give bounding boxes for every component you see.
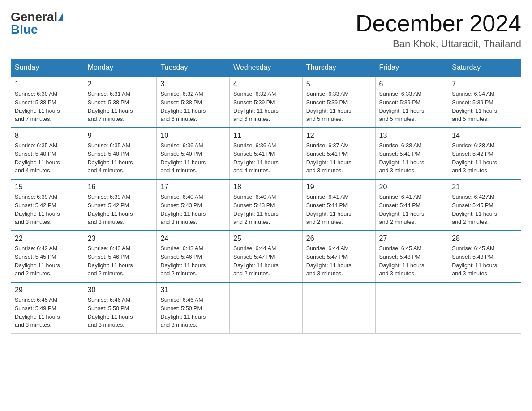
day-number: 26	[306, 235, 372, 243]
day-number: 11	[233, 132, 299, 140]
calendar-cell: 9 Sunrise: 6:35 AM Sunset: 5:40 PM Dayli…	[84, 128, 157, 179]
calendar-cell	[302, 282, 375, 334]
day-number: 21	[452, 183, 517, 191]
day-info: Sunrise: 6:39 AM Sunset: 5:42 PM Dayligh…	[88, 193, 153, 227]
day-info: Sunrise: 6:32 AM Sunset: 5:38 PM Dayligh…	[160, 90, 226, 124]
calendar-week-row: 15 Sunrise: 6:39 AM Sunset: 5:42 PM Dayl…	[11, 179, 521, 231]
title-block: December 2024 Ban Khok, Uttaradit, Thail…	[356, 11, 521, 50]
calendar-cell: 5 Sunrise: 6:33 AM Sunset: 5:39 PM Dayli…	[302, 77, 375, 128]
column-header-thursday: Thursday	[302, 59, 375, 77]
day-number: 25	[233, 235, 299, 243]
day-number: 18	[233, 183, 299, 191]
calendar-cell: 8 Sunrise: 6:35 AM Sunset: 5:40 PM Dayli…	[11, 128, 84, 179]
calendar-cell: 11 Sunrise: 6:36 AM Sunset: 5:41 PM Dayl…	[230, 128, 303, 179]
day-info: Sunrise: 6:39 AM Sunset: 5:42 PM Dayligh…	[15, 193, 80, 227]
calendar-cell: 15 Sunrise: 6:39 AM Sunset: 5:42 PM Dayl…	[11, 179, 84, 231]
day-info: Sunrise: 6:46 AM Sunset: 5:50 PM Dayligh…	[160, 296, 226, 330]
day-number: 8	[15, 132, 80, 140]
day-number: 14	[452, 132, 517, 140]
day-number: 2	[88, 80, 153, 88]
calendar-cell: 12 Sunrise: 6:37 AM Sunset: 5:41 PM Dayl…	[302, 128, 375, 179]
calendar-cell: 31 Sunrise: 6:46 AM Sunset: 5:50 PM Dayl…	[157, 282, 230, 334]
calendar-header-row: SundayMondayTuesdayWednesdayThursdayFrid…	[11, 59, 521, 77]
day-info: Sunrise: 6:45 AM Sunset: 5:48 PM Dayligh…	[452, 244, 517, 278]
day-number: 27	[379, 235, 445, 243]
day-info: Sunrise: 6:45 AM Sunset: 5:49 PM Dayligh…	[15, 296, 80, 330]
logo: General Blue	[11, 11, 63, 36]
day-info: Sunrise: 6:41 AM Sunset: 5:44 PM Dayligh…	[379, 193, 445, 227]
day-info: Sunrise: 6:38 AM Sunset: 5:42 PM Dayligh…	[452, 141, 517, 175]
calendar-cell: 14 Sunrise: 6:38 AM Sunset: 5:42 PM Dayl…	[448, 128, 521, 179]
logo-general-text: General	[11, 11, 57, 23]
calendar-week-row: 8 Sunrise: 6:35 AM Sunset: 5:40 PM Dayli…	[11, 128, 521, 179]
calendar-cell: 30 Sunrise: 6:46 AM Sunset: 5:50 PM Dayl…	[84, 282, 157, 334]
day-info: Sunrise: 6:41 AM Sunset: 5:44 PM Dayligh…	[306, 193, 372, 227]
day-number: 29	[15, 286, 80, 294]
calendar-week-row: 1 Sunrise: 6:30 AM Sunset: 5:38 PM Dayli…	[11, 77, 521, 128]
day-number: 3	[160, 80, 226, 88]
day-info: Sunrise: 6:36 AM Sunset: 5:40 PM Dayligh…	[160, 141, 226, 175]
calendar-cell: 1 Sunrise: 6:30 AM Sunset: 5:38 PM Dayli…	[11, 77, 84, 128]
day-info: Sunrise: 6:44 AM Sunset: 5:47 PM Dayligh…	[306, 244, 372, 278]
day-info: Sunrise: 6:42 AM Sunset: 5:45 PM Dayligh…	[15, 244, 80, 278]
calendar-cell: 27 Sunrise: 6:45 AM Sunset: 5:48 PM Dayl…	[375, 231, 448, 282]
day-number: 20	[379, 183, 445, 191]
day-number: 10	[160, 132, 226, 140]
month-title: December 2024	[356, 11, 521, 36]
location-subtitle: Ban Khok, Uttaradit, Thailand	[356, 38, 521, 50]
calendar-cell	[375, 282, 448, 334]
day-number: 19	[306, 183, 372, 191]
day-number: 16	[88, 183, 153, 191]
day-info: Sunrise: 6:44 AM Sunset: 5:47 PM Dayligh…	[233, 244, 299, 278]
day-info: Sunrise: 6:35 AM Sunset: 5:40 PM Dayligh…	[88, 141, 153, 175]
day-number: 24	[160, 235, 226, 243]
calendar-cell: 28 Sunrise: 6:45 AM Sunset: 5:48 PM Dayl…	[448, 231, 521, 282]
day-info: Sunrise: 6:43 AM Sunset: 5:46 PM Dayligh…	[160, 244, 226, 278]
calendar-cell: 13 Sunrise: 6:38 AM Sunset: 5:41 PM Dayl…	[375, 128, 448, 179]
day-number: 9	[88, 132, 153, 140]
calendar-cell: 20 Sunrise: 6:41 AM Sunset: 5:44 PM Dayl…	[375, 179, 448, 231]
day-info: Sunrise: 6:45 AM Sunset: 5:48 PM Dayligh…	[379, 244, 445, 278]
calendar-cell: 3 Sunrise: 6:32 AM Sunset: 5:38 PM Dayli…	[157, 77, 230, 128]
calendar-table: SundayMondayTuesdayWednesdayThursdayFrid…	[11, 59, 521, 334]
calendar-cell: 26 Sunrise: 6:44 AM Sunset: 5:47 PM Dayl…	[302, 231, 375, 282]
day-info: Sunrise: 6:46 AM Sunset: 5:50 PM Dayligh…	[88, 296, 153, 330]
logo-triangle-icon	[58, 13, 63, 21]
day-info: Sunrise: 6:34 AM Sunset: 5:39 PM Dayligh…	[452, 90, 517, 124]
day-number: 4	[233, 80, 299, 88]
calendar-cell: 4 Sunrise: 6:32 AM Sunset: 5:39 PM Dayli…	[230, 77, 303, 128]
calendar-cell: 18 Sunrise: 6:40 AM Sunset: 5:43 PM Dayl…	[230, 179, 303, 231]
day-number: 1	[15, 80, 80, 88]
calendar-cell: 25 Sunrise: 6:44 AM Sunset: 5:47 PM Dayl…	[230, 231, 303, 282]
calendar-cell: 24 Sunrise: 6:43 AM Sunset: 5:46 PM Dayl…	[157, 231, 230, 282]
calendar-cell: 29 Sunrise: 6:45 AM Sunset: 5:49 PM Dayl…	[11, 282, 84, 334]
calendar-cell	[230, 282, 303, 334]
calendar-cell: 7 Sunrise: 6:34 AM Sunset: 5:39 PM Dayli…	[448, 77, 521, 128]
day-number: 12	[306, 132, 372, 140]
day-number: 7	[452, 80, 517, 88]
day-info: Sunrise: 6:40 AM Sunset: 5:43 PM Dayligh…	[160, 193, 226, 227]
column-header-tuesday: Tuesday	[157, 59, 230, 77]
day-info: Sunrise: 6:36 AM Sunset: 5:41 PM Dayligh…	[233, 141, 299, 175]
day-number: 5	[306, 80, 372, 88]
calendar-cell: 6 Sunrise: 6:33 AM Sunset: 5:39 PM Dayli…	[375, 77, 448, 128]
day-info: Sunrise: 6:31 AM Sunset: 5:38 PM Dayligh…	[88, 90, 153, 124]
calendar-week-row: 29 Sunrise: 6:45 AM Sunset: 5:49 PM Dayl…	[11, 282, 521, 334]
column-header-saturday: Saturday	[448, 59, 521, 77]
calendar-cell	[448, 282, 521, 334]
calendar-cell: 23 Sunrise: 6:43 AM Sunset: 5:46 PM Dayl…	[84, 231, 157, 282]
day-info: Sunrise: 6:35 AM Sunset: 5:40 PM Dayligh…	[15, 141, 80, 175]
day-number: 31	[160, 286, 226, 294]
calendar-cell: 19 Sunrise: 6:41 AM Sunset: 5:44 PM Dayl…	[302, 179, 375, 231]
day-number: 22	[15, 235, 80, 243]
page-header: General Blue December 2024 Ban Khok, Utt…	[11, 11, 521, 50]
day-number: 6	[379, 80, 445, 88]
calendar-week-row: 22 Sunrise: 6:42 AM Sunset: 5:45 PM Dayl…	[11, 231, 521, 282]
calendar-cell: 17 Sunrise: 6:40 AM Sunset: 5:43 PM Dayl…	[157, 179, 230, 231]
calendar-cell: 10 Sunrise: 6:36 AM Sunset: 5:40 PM Dayl…	[157, 128, 230, 179]
day-number: 17	[160, 183, 226, 191]
calendar-cell: 2 Sunrise: 6:31 AM Sunset: 5:38 PM Dayli…	[84, 77, 157, 128]
column-header-monday: Monday	[84, 59, 157, 77]
column-header-sunday: Sunday	[11, 59, 84, 77]
day-info: Sunrise: 6:38 AM Sunset: 5:41 PM Dayligh…	[379, 141, 445, 175]
